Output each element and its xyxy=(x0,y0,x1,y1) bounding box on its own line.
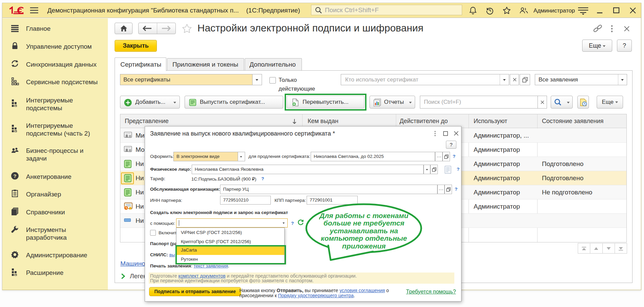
svg-text:?: ? xyxy=(13,173,16,179)
